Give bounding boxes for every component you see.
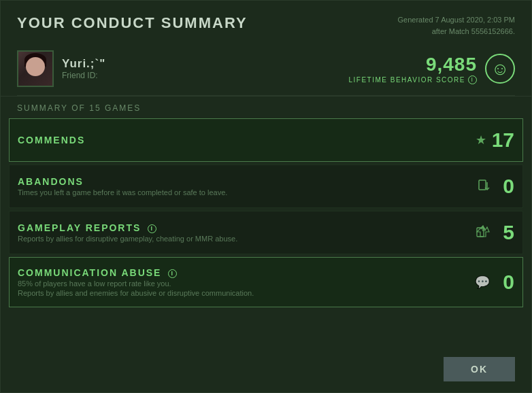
behavior-score-info-icon[interactable]: i: [468, 75, 477, 84]
profile-info: Yuri.;`" Friend ID:: [62, 57, 105, 80]
gameplay-reports-info-icon[interactable]: i: [148, 224, 156, 233]
avatar-image: [18, 52, 52, 86]
window-title: YOUR CONDUCT SUMMARY: [17, 14, 248, 32]
match-text: after Match 5556152666.: [398, 26, 515, 37]
gameplay-reports-icon: [476, 225, 490, 241]
gameplay-reports-desc: Reports by allies for disruptive gamepla…: [18, 235, 237, 243]
stat-left-communication-abuse: COMMUNICATION ABUSE i 85% of players hav…: [18, 267, 254, 297]
behavior-score-info: 9,485 LIFETIME BEHAVIOR SCORE i: [348, 54, 477, 84]
stat-left-commends: COMMENDS: [18, 135, 85, 146]
stat-row-abandons: ABANDONS Times you left a game before it…: [9, 165, 523, 208]
stat-right-commends: ★ 17: [476, 129, 514, 152]
abandons-value: 0: [495, 175, 514, 198]
profile-name: Yuri.;`": [62, 57, 105, 71]
generated-text: Generated 7 August 2020, 2:03 PM: [398, 14, 515, 26]
stat-row-commends: COMMENDS ★ 17: [9, 118, 523, 162]
footer: OK: [1, 350, 531, 392]
communication-abuse-desc2: Reports by allies and enemies for abusiv…: [18, 289, 254, 297]
stat-left-abandons: ABANDONS Times you left a game before it…: [18, 176, 227, 196]
communication-abuse-desc1: 85% of players have a low report rate li…: [18, 279, 254, 288]
communication-abuse-value: 0: [495, 271, 514, 294]
behavior-score-label: LIFETIME BEHAVIOR SCORE i: [348, 75, 477, 84]
stat-left-gameplay-reports: GAMEPLAY REPORTS i Reports by allies for…: [18, 222, 237, 243]
chat-icon: 💬: [475, 275, 490, 290]
commends-title: COMMENDS: [18, 135, 85, 146]
stat-right-abandons: 0: [478, 175, 514, 198]
stat-row-communication-abuse: COMMUNICATION ABUSE i 85% of players hav…: [9, 257, 523, 307]
behavior-score-section: 9,485 LIFETIME BEHAVIOR SCORE i ☺: [348, 54, 515, 84]
abandons-title: ABANDONS: [18, 176, 227, 187]
communication-abuse-info-icon[interactable]: i: [168, 269, 177, 278]
header-meta: Generated 7 August 2020, 2:03 PM after M…: [398, 14, 515, 37]
profile-section: Yuri.;`" Friend ID: 9,485 LIFETIME BEHAV…: [1, 45, 531, 95]
abandons-desc: Times you left a game before it was comp…: [18, 188, 227, 196]
avatar-face: [26, 57, 45, 76]
gameplay-reports-value: 5: [495, 221, 514, 244]
ok-button[interactable]: OK: [444, 357, 515, 381]
profile-left: Yuri.;`" Friend ID:: [17, 50, 105, 87]
profile-friend-id: Friend ID:: [62, 71, 105, 80]
stat-right-gameplay-reports: 5: [476, 221, 514, 244]
stat-row-gameplay-reports: GAMEPLAY REPORTS i Reports by allies for…: [9, 211, 523, 254]
svg-rect-0: [479, 180, 486, 190]
avatar: [17, 50, 54, 87]
gameplay-reports-title: GAMEPLAY REPORTS i: [18, 222, 237, 233]
smiley-icon: ☺: [485, 54, 515, 84]
header: YOUR CONDUCT SUMMARY Generated 7 August …: [1, 1, 531, 45]
communication-abuse-title: COMMUNICATION ABUSE i: [18, 267, 254, 278]
stat-right-communication-abuse: 💬 0: [475, 271, 514, 294]
behavior-score-value: 9,485: [348, 54, 477, 75]
stats-list: COMMENDS ★ 17 ABANDONS Times you left a …: [1, 118, 531, 350]
conduct-summary-window: YOUR CONDUCT SUMMARY Generated 7 August …: [0, 0, 532, 393]
star-icon: ★: [476, 133, 486, 148]
abandon-icon: [478, 179, 490, 194]
commends-value: 17: [492, 129, 514, 152]
summary-header: SUMMARY OF 15 GAMES: [1, 96, 531, 118]
